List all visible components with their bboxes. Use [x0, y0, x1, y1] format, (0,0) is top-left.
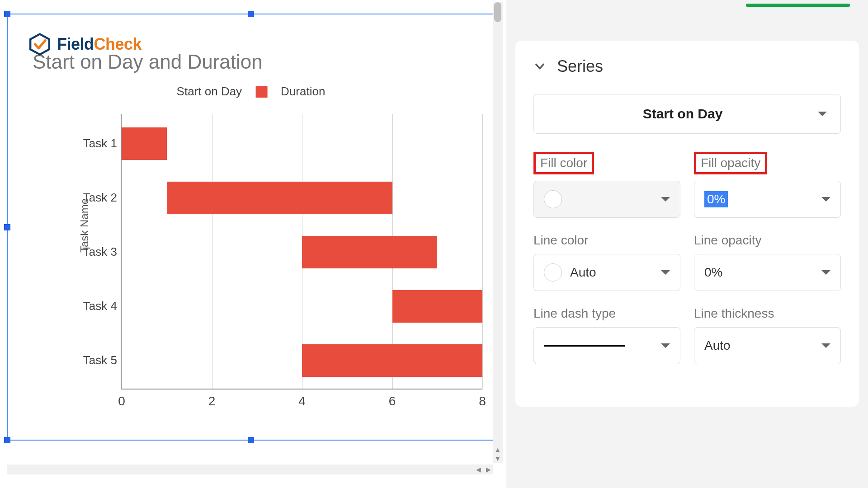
chart-selection-frame[interactable]: FieldCheck Start on Day and Duration Sta…	[7, 14, 495, 441]
x-tick-label: 8	[473, 394, 491, 408]
spreadsheet-chart-area: FieldCheck Start on Day and Duration Sta…	[0, 0, 506, 488]
y-tick-label: Task 2	[63, 191, 117, 205]
y-tick-label: Task 3	[63, 245, 117, 259]
series-selector[interactable]: Start on Day	[533, 94, 841, 134]
line-thickness-value: Auto	[704, 338, 731, 353]
x-tick-label: 0	[113, 394, 131, 408]
caret-down-icon	[821, 343, 830, 348]
vertical-scrollbar[interactable]: ▲ ▼	[493, 2, 503, 463]
caret-down-icon	[821, 197, 830, 202]
caret-down-icon	[661, 197, 670, 202]
logo-text: FieldCheck	[57, 35, 142, 54]
series-section-header[interactable]: Series	[533, 57, 841, 76]
share-button-edge[interactable]	[746, 4, 850, 7]
caret-down-icon	[818, 112, 827, 116]
y-tick-label: Task 1	[63, 136, 117, 150]
legend-swatch-duration	[255, 86, 267, 98]
caret-down-icon	[661, 270, 670, 275]
resize-handle-bottom-left[interactable]	[4, 437, 10, 443]
legend-item-duration[interactable]: Duration	[281, 84, 325, 99]
chart-editor-sidebar: Series Start on Day Fill color Fill opac…	[506, 0, 868, 488]
caret-down-icon	[661, 343, 670, 348]
gridline	[212, 114, 212, 389]
y-tick-label: Task 4	[63, 299, 117, 313]
section-title: Series	[557, 57, 603, 76]
line-opacity-control[interactable]: 0%	[694, 254, 841, 291]
y-tick-label: Task 5	[63, 353, 117, 367]
fill-opacity-label: Fill opacity	[694, 152, 767, 174]
line-color-value: Auto	[570, 265, 596, 280]
bar-task5-duration[interactable]	[302, 344, 482, 377]
color-swatch-icon	[544, 263, 562, 282]
gridline	[482, 114, 483, 389]
scroll-left-icon[interactable]: ◀	[474, 465, 483, 474]
fieldcheck-logo: FieldCheck	[28, 33, 142, 56]
line-opacity-label: Line opacity	[694, 233, 841, 248]
x-tick-label: 2	[203, 394, 221, 408]
bar-task2-duration[interactable]	[167, 182, 392, 214]
plot-area: Task 1 Task 2 Task 3 Task 4 Task 5 0 2 4…	[121, 114, 482, 389]
x-tick-label: 6	[383, 394, 401, 408]
chevron-down-icon	[533, 60, 546, 73]
line-color-label: Line color	[533, 233, 680, 248]
chart-legend[interactable]: Start on Day Duration	[177, 84, 326, 99]
resize-handle-mid-left[interactable]	[4, 224, 10, 230]
line-dash-label: Line dash type	[533, 306, 680, 321]
scrollbar-thumb[interactable]	[494, 2, 501, 22]
scroll-down-icon[interactable]: ▼	[493, 454, 502, 463]
fill-opacity-value: 0%	[704, 191, 728, 207]
scroll-right-icon[interactable]: ▶	[484, 465, 493, 474]
resize-handle-bottom-mid[interactable]	[248, 437, 254, 443]
bar-task1-duration[interactable]	[122, 127, 167, 160]
dash-preview-icon	[544, 345, 625, 347]
series-selector-value: Start on Day	[643, 106, 723, 122]
resize-handle-top-left[interactable]	[4, 11, 10, 17]
y-axis-title: Task Name	[78, 198, 91, 253]
fill-color-label: Fill color	[533, 152, 594, 174]
caret-down-icon	[821, 270, 830, 275]
svg-marker-0	[30, 34, 49, 54]
color-swatch-icon	[544, 190, 562, 208]
scroll-up-icon[interactable]: ▲	[493, 445, 502, 454]
x-tick-label: 4	[293, 394, 311, 408]
line-thickness-label: Line thickness	[694, 306, 841, 321]
horizontal-scrollbar[interactable]: ◀ ▶	[7, 465, 493, 474]
resize-handle-top-mid[interactable]	[248, 11, 254, 17]
legend-item-start[interactable]: Start on Day	[177, 84, 242, 99]
fill-opacity-control[interactable]: 0%	[694, 181, 841, 218]
line-color-control[interactable]: Auto	[533, 254, 680, 291]
line-thickness-control[interactable]: Auto	[694, 327, 841, 364]
fill-color-control[interactable]	[533, 181, 680, 218]
bar-task3-duration[interactable]	[302, 236, 437, 268]
bar-task4-duration[interactable]	[392, 290, 483, 323]
line-opacity-value: 0%	[704, 265, 722, 280]
series-panel: Series Start on Day Fill color Fill opac…	[515, 41, 859, 407]
logo-hex-icon	[28, 33, 52, 56]
chart-plot[interactable]: Task Name Task 1 Task 2 Task 3 Task 4 Ta…	[62, 109, 496, 408]
line-dash-control[interactable]	[533, 327, 680, 364]
